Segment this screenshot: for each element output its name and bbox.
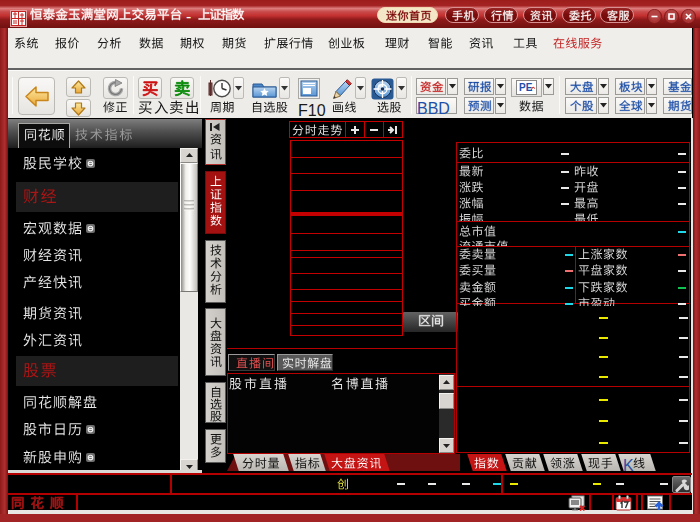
svg-text:PE: PE bbox=[519, 82, 533, 93]
